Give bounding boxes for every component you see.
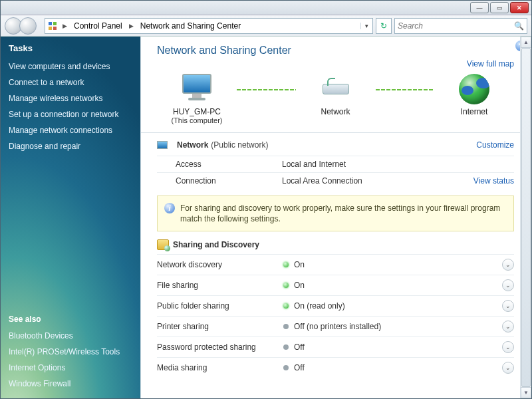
sharing-icon <box>157 239 169 250</box>
sidebar-link-setup-connection[interactable]: Set up a connection or network <box>9 106 135 122</box>
internet-label: Internet <box>434 107 514 116</box>
refresh-button[interactable]: ↻ <box>376 18 392 34</box>
connection-line <box>237 89 296 90</box>
search-icon: 🔍 <box>514 21 524 31</box>
expand-button[interactable]: ⌄ <box>502 259 514 271</box>
sidebar-link-diagnose-repair[interactable]: Diagnose and repair <box>9 138 135 154</box>
globe-icon <box>459 74 489 104</box>
nav-back-forward[interactable] <box>5 17 42 35</box>
sharing-row-label: Public folder sharing <box>157 301 283 311</box>
sharing-row-label: Network discovery <box>157 260 283 269</box>
status-dot-on <box>283 303 289 309</box>
status-dot-off <box>283 365 289 370</box>
access-label: Access <box>176 160 282 169</box>
expand-button[interactable]: ⌄ <box>502 279 514 291</box>
expand-button[interactable]: ⌄ <box>502 341 514 353</box>
connection-line <box>376 89 435 90</box>
search-input[interactable] <box>398 21 514 31</box>
scrollbar-thumb[interactable] <box>521 48 531 387</box>
sharing-row-value: On <box>294 260 502 269</box>
firewall-info-text: For sharing and discovery to work proper… <box>180 203 500 223</box>
scroll-up-button[interactable]: ▲ <box>521 37 531 48</box>
connection-label: Connection <box>176 176 282 186</box>
breadcrumb-current[interactable]: Network and Sharing Center <box>136 19 245 33</box>
status-dot-off <box>283 324 289 329</box>
network-icon <box>157 138 173 152</box>
svg-rect-3 <box>53 27 57 30</box>
sharing-row-value: On (read only) <box>294 301 502 311</box>
network-name: Network <box>177 140 208 150</box>
access-value: Local and Internet <box>282 160 514 169</box>
firewall-info: i For sharing and discovery to work prop… <box>157 196 514 231</box>
sharing-row-label: Media sharing <box>157 363 283 372</box>
sharing-row-label: File sharing <box>157 281 283 290</box>
tasks-heading: Tasks <box>9 43 135 53</box>
sharing-row: Media sharingOff⌄ <box>157 357 514 378</box>
map-node-this-pc: HUY_GM-PC (This computer) <box>157 74 237 124</box>
sidebar-link-manage-connections[interactable]: Manage network connections <box>9 122 135 138</box>
svg-rect-2 <box>49 27 52 30</box>
svg-rect-0 <box>49 22 52 25</box>
status-dot-off <box>283 344 289 350</box>
this-pc-sub: (This computer) <box>157 116 237 124</box>
view-full-map-link[interactable]: View full map <box>467 59 514 68</box>
this-pc-name: HUY_GM-PC <box>157 107 237 116</box>
window-frame: — ▭ ✕ ▶ Control Panel ▶ Network and Shar… <box>0 0 532 399</box>
router-icon <box>317 74 354 104</box>
control-panel-icon <box>45 21 60 31</box>
expand-button[interactable]: ⌄ <box>502 362 514 374</box>
seealso-bluetooth[interactable]: Bluetooth Devices <box>9 328 135 344</box>
network-header: Network (Public network) Customize <box>157 133 514 156</box>
expand-button[interactable]: ⌄ <box>502 321 514 332</box>
map-node-network: Network <box>296 74 376 124</box>
sidebar-link-view-computers[interactable]: View computers and devices <box>9 59 135 74</box>
sharing-row: Printer sharingOff (no printers installe… <box>157 316 514 336</box>
seealso-internet-options[interactable]: Internet Options <box>9 360 135 376</box>
forward-button[interactable] <box>19 17 37 35</box>
sidebar-link-connect-network[interactable]: Connect to a network <box>9 74 135 90</box>
computer-icon <box>178 74 215 104</box>
sharing-row: Public folder sharingOn (read only)⌄ <box>157 295 514 316</box>
minimize-button[interactable]: — <box>470 2 489 13</box>
expand-button[interactable]: ⌄ <box>502 300 514 312</box>
chevron-right-icon: ▶ <box>126 23 136 29</box>
info-icon: i <box>164 203 175 213</box>
tasks-sidebar: Tasks View computers and devices Connect… <box>1 37 140 398</box>
address-bar: ▶ Control Panel ▶ Network and Sharing Ce… <box>1 15 531 37</box>
svg-rect-1 <box>53 22 57 25</box>
maximize-button[interactable]: ▭ <box>490 2 509 13</box>
address-dropdown[interactable]: ▾ <box>360 23 372 29</box>
breadcrumb-bar[interactable]: ▶ Control Panel ▶ Network and Sharing Ce… <box>45 18 373 34</box>
breadcrumb-control-panel[interactable]: Control Panel <box>70 19 126 33</box>
chevron-right-icon: ▶ <box>60 23 70 29</box>
search-box[interactable]: 🔍 <box>394 18 527 34</box>
seealso-windows-firewall[interactable]: Windows Firewall <box>9 376 135 392</box>
sharing-row-value: Off <box>294 363 502 372</box>
sharing-row-value: On <box>294 281 502 290</box>
close-button[interactable]: ✕ <box>510 2 529 13</box>
row-connection: Connection Local Area Connection View st… <box>157 172 514 189</box>
map-node-internet: Internet <box>434 74 514 124</box>
row-access: Access Local and Internet <box>157 156 514 172</box>
sharing-row-value: Off <box>294 342 502 352</box>
network-map: HUY_GM-PC (This computer) Network Intern… <box>157 74 514 124</box>
status-dot-on <box>283 262 289 267</box>
sharing-section: Sharing and Discovery Network discoveryO… <box>157 239 514 378</box>
sharing-row-label: Password protected sharing <box>157 342 283 352</box>
sharing-row: File sharingOn⌄ <box>157 275 514 295</box>
sharing-heading: Sharing and Discovery <box>157 239 514 254</box>
view-status-link[interactable]: View status <box>473 176 514 186</box>
sidebar-link-manage-wireless[interactable]: Manage wireless networks <box>9 90 135 106</box>
main-pane: ? Network and Sharing Center View full m… <box>140 37 531 398</box>
status-dot-on <box>283 283 289 288</box>
scrollbar[interactable]: ▲ ▼ <box>520 37 531 398</box>
customize-link[interactable]: Customize <box>476 140 514 150</box>
seealso-heading: See also <box>9 315 135 324</box>
sharing-row-value: Off (no printers installed) <box>294 322 502 331</box>
sharing-row: Password protected sharingOff⌄ <box>157 336 514 357</box>
connection-value: Local Area Connection <box>282 176 473 186</box>
seealso-intel-proset[interactable]: Intel(R) PROSet/Wireless Tools <box>9 344 135 360</box>
titlebar: — ▭ ✕ <box>1 1 531 15</box>
scroll-down-button[interactable]: ▼ <box>521 387 531 398</box>
network-label: Network <box>296 107 376 116</box>
